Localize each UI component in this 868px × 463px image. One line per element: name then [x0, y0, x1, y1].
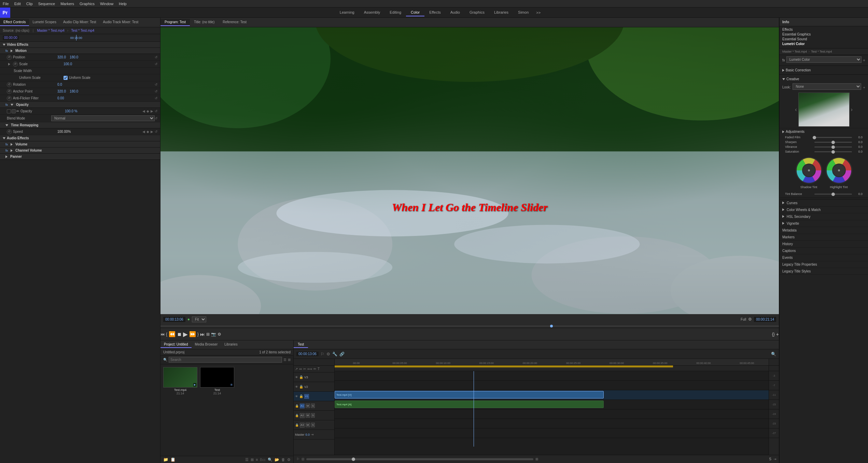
rotation-stopwatch[interactable]: ⏱	[7, 82, 12, 87]
stop-button[interactable]: ⏹	[177, 332, 182, 337]
ec-master-link[interactable]: Master * Test.mp4	[37, 29, 64, 32]
export-frame-button[interactable]: 📷	[211, 332, 216, 337]
effect-controls-scroll[interactable]: Video Effects fx Motion ⏱ Position 320.0…	[0, 42, 160, 463]
anti-flicker-reset-icon[interactable]: ↺	[155, 96, 157, 100]
tab-project[interactable]: Project: Untitled	[160, 341, 192, 348]
opacity-keyframe-right[interactable]: ▶	[151, 109, 153, 113]
add-button[interactable]: +	[776, 332, 779, 337]
timeline-content[interactable]: 00:00 00:00:05:00 00:00:10:00 00:00:15:0…	[335, 359, 769, 455]
motion-section[interactable]: fx Motion	[0, 48, 160, 54]
trash-icon[interactable]: 🗑	[281, 458, 285, 462]
workspace-tab-color[interactable]: Color	[406, 9, 424, 16]
legacy-title-properties-item[interactable]: Legacy Title Properties	[780, 261, 868, 268]
menu-graphics[interactable]: Graphics	[80, 2, 95, 6]
vignette-item[interactable]: Vignette	[780, 220, 868, 227]
shadow-tint-wheel[interactable]	[795, 157, 823, 184]
preview-settings-icon[interactable]: ⚙	[748, 317, 752, 322]
prev-frame-button[interactable]: {	[166, 332, 167, 337]
channel-volume-section[interactable]: fx Channel Volume	[0, 148, 160, 154]
list-item[interactable]: ▶ Test.mp4 21:14	[163, 367, 197, 453]
timeline-slip-icon[interactable]: ⟺	[307, 367, 312, 371]
track-a1-selector[interactable]: A1	[300, 404, 305, 408]
workspace-tab-graphics[interactable]: Graphics	[465, 9, 489, 16]
preview-scrubber[interactable]	[160, 324, 779, 328]
tab-media-browser[interactable]: Media Browser	[192, 341, 221, 348]
lumetri-dropdown[interactable]: Lumetri Color	[786, 56, 862, 63]
vibrance-value[interactable]: 0.0	[854, 145, 863, 149]
timeline-marker-icon[interactable]: ⚐	[296, 457, 299, 461]
position-y-value[interactable]: 180.0	[70, 55, 78, 59]
ec-timecode-start[interactable]: 00:00:00	[3, 36, 19, 40]
track-a2-mute[interactable]: M	[306, 413, 310, 418]
events-item[interactable]: Events	[780, 254, 868, 261]
tab-audio-track-mixer[interactable]: Audio Track Mixer: Test	[99, 19, 142, 26]
look-add-icon[interactable]: +	[863, 85, 865, 89]
zoom-bar-thumb[interactable]	[352, 458, 355, 461]
panner-section[interactable]: Panner	[0, 154, 160, 160]
workspace-tab-editing[interactable]: Editing	[385, 9, 406, 16]
speed-value[interactable]: 100.00%	[57, 130, 142, 134]
next-frame-button[interactable]: }	[197, 332, 199, 337]
menu-markers[interactable]: Markers	[60, 2, 74, 6]
position-x-value[interactable]: 320.0	[57, 55, 66, 59]
workspace-tab-libraries[interactable]: Libraries	[489, 9, 513, 16]
tab-effect-controls[interactable]: Effect Controls	[0, 19, 29, 26]
track-v2-eye[interactable]: 👁	[295, 385, 298, 389]
tab-libraries[interactable]: Libraries	[221, 341, 241, 348]
timeline-zoom-slider[interactable]: ⊟	[302, 457, 304, 461]
rotation-reset-icon[interactable]: ↺	[155, 83, 157, 86]
tab-title[interactable]: Title: (no title)	[190, 19, 219, 26]
faded-film-value[interactable]: 0.0	[854, 136, 863, 139]
workspace-tab-audio[interactable]: Audio	[446, 9, 465, 16]
color-wheels-item[interactable]: Color Wheels & Match	[780, 207, 868, 213]
ec-seq-link[interactable]: Test * Test.mp4	[71, 29, 94, 32]
track-master-arrow[interactable]: ⇥	[311, 433, 313, 436]
anchor-y-value[interactable]: 180.0	[70, 89, 78, 93]
fit-dropdown[interactable]: Fit	[192, 317, 206, 322]
a1-clip[interactable]: Test.mp4 [A]	[335, 401, 604, 408]
scale-stopwatch[interactable]: ⏱	[13, 62, 18, 67]
timeline-zoom-in-icon[interactable]: ⊞	[535, 457, 538, 461]
new-item-icon[interactable]: 📋	[170, 457, 176, 462]
sharpen-slider[interactable]	[814, 142, 852, 143]
track-a2-solo[interactable]: S	[311, 413, 315, 418]
step-forward-button[interactable]: ⏩	[189, 331, 196, 337]
tab-lumetri-scopes[interactable]: Lumetri Scopes	[29, 19, 59, 26]
blend-mode-reset-icon[interactable]: ↺	[155, 116, 157, 120]
workspace-tab-learning[interactable]: Learning	[335, 9, 359, 16]
video-effects-section[interactable]: Video Effects	[0, 42, 160, 48]
mark-in-out-button[interactable]: {}	[772, 332, 775, 337]
workspace-tab-simon[interactable]: Simon	[513, 9, 533, 16]
timeline-pen-icon[interactable]: ✏	[313, 367, 316, 371]
list-view-icon[interactable]: ☰	[283, 358, 286, 362]
tint-balance-value[interactable]: 0.0	[854, 192, 863, 196]
search2-icon[interactable]: 🔍	[268, 458, 272, 462]
position-stopwatch[interactable]: ⏱	[7, 55, 12, 60]
faded-film-slider[interactable]	[814, 137, 852, 138]
scrubber-track[interactable]	[160, 324, 779, 328]
safe-margins-button[interactable]: ⊞	[206, 332, 210, 337]
timeline-settings-icon[interactable]: ⚙	[326, 352, 330, 356]
time-remapping-section[interactable]: Time Remapping	[0, 122, 160, 128]
tab-program[interactable]: Program: Test	[160, 19, 190, 26]
scale-reset-icon[interactable]: ↺	[155, 62, 157, 66]
adjustments-toggle[interactable]: Adjustments	[782, 130, 865, 134]
track-v1-eye[interactable]: 👁	[295, 395, 298, 398]
opacity-reset-icon[interactable]: ↺	[155, 109, 157, 113]
workspace-tab-effects[interactable]: Effects	[424, 9, 445, 16]
settings2-icon[interactable]: ⚙	[287, 458, 291, 462]
vibrance-slider[interactable]	[814, 146, 852, 148]
metadata-item[interactable]: Metadata	[780, 227, 868, 234]
opacity-value[interactable]: 100.0 %	[65, 109, 78, 113]
v1-clip[interactable]: Test.mp4 [V]	[335, 391, 604, 398]
curves-item[interactable]: Curves	[780, 200, 868, 207]
speed-reset-icon[interactable]: ↺	[155, 130, 157, 134]
highlight-tint-wheel[interactable]	[825, 157, 853, 184]
play-button[interactable]: ▶	[183, 331, 188, 338]
saturation-slider[interactable]	[814, 151, 852, 152]
look-next-icon[interactable]: ›	[851, 107, 853, 113]
volume-section[interactable]: fx Volume	[0, 141, 160, 148]
speed-add-keyframe[interactable]: ◆	[146, 130, 149, 134]
menu-sequence[interactable]: Sequence	[38, 2, 55, 6]
menu-clip[interactable]: Clip	[26, 2, 33, 6]
